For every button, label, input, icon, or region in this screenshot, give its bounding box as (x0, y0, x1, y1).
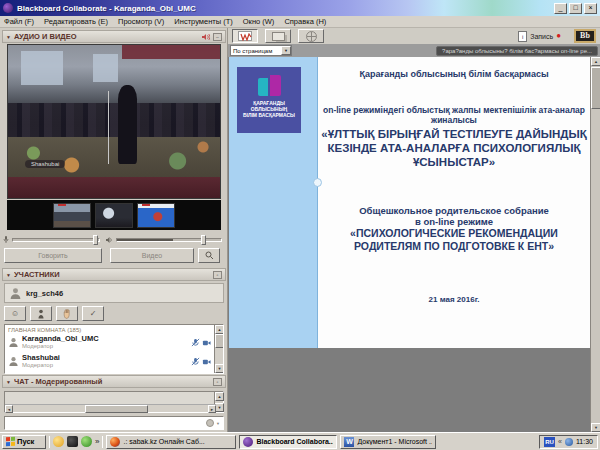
word-icon: W (344, 437, 354, 447)
menu-item-window[interactable]: Окно (W) (243, 17, 275, 26)
menu-item-help[interactable]: Справка (H) (284, 17, 326, 26)
whiteboard-toolbar: i Запись ● Bb (228, 28, 600, 44)
participants-list: ГЛАВНАЯ КОМНАТА (185) Karaganda_Obl_UMC … (4, 324, 224, 374)
chevron-down-icon[interactable]: ▼ (281, 46, 291, 55)
stage-banner (122, 45, 220, 59)
whiteboard-scrollbar[interactable]: ▲ ▼ (590, 57, 600, 432)
scrollbar-thumb[interactable] (591, 67, 600, 109)
chat-message-area[interactable]: ▲ ▼ ◄ ► (4, 391, 224, 413)
page-options-bar: По страницам ▼ ?ара?анды облысыны? білім… (228, 44, 600, 57)
minimize-button[interactable]: _ (554, 3, 567, 14)
participants-scrollbar[interactable]: ▲ ▼ (214, 325, 223, 373)
collapse-icon[interactable]: ▼ (6, 34, 11, 40)
slide-subtitle-ru-line1: Общешкольное родительское собрание (321, 205, 587, 216)
scroll-up-icon[interactable]: ▲ (215, 392, 224, 401)
scrollbar-thumb[interactable] (215, 334, 224, 348)
menu-item-file[interactable]: Файл (F) (4, 17, 34, 26)
page-mode-value: По страницам (231, 48, 281, 54)
quick-launch-icon-3[interactable] (81, 436, 92, 447)
menu-item-tools[interactable]: Инструменты (T) (174, 17, 232, 26)
quick-launch-icon-1[interactable] (53, 436, 64, 447)
participant-role: Модератор (22, 343, 188, 350)
session-tooltip: ?ара?анды облысыны? білім бас?армасы on-… (436, 46, 598, 56)
start-label: Пуск (17, 437, 34, 446)
participant-row[interactable]: Shashubai Модератор (5, 352, 223, 371)
emoticon-button[interactable]: ☺ (4, 306, 26, 321)
volume-level (117, 239, 173, 241)
language-indicator[interactable]: RU (544, 437, 555, 447)
tray-icon[interactable] (565, 438, 573, 446)
speaker-volume-slider[interactable] (116, 238, 222, 242)
panel-detach-icon[interactable]: ▫ (213, 378, 222, 386)
camera-icon (202, 357, 211, 366)
chat-input-field[interactable]: ▼ (4, 416, 224, 430)
panel-detach-icon[interactable]: ▫ (213, 271, 222, 279)
video-watermark: Shashubai (25, 160, 65, 168)
whiteboard-canvas[interactable]: ҚАРАҒАНДЫ ОБЛЫСЫНЫҢ БІЛІМ БАСҚАРМАСЫ Қар… (228, 57, 600, 432)
audio-sliders (0, 233, 228, 247)
page-mode-dropdown[interactable]: По страницам ▼ (230, 45, 292, 56)
maximize-button[interactable]: □ (569, 3, 582, 14)
menu-item-view[interactable]: Просмотр (V) (118, 17, 164, 26)
mic-slider-handle[interactable] (93, 235, 98, 245)
windows-logo-icon (6, 437, 15, 447)
app-icon (3, 3, 13, 13)
participant-name: Karaganda_Obl_UMC (22, 335, 188, 343)
quick-launch-overflow-icon[interactable]: » (95, 437, 99, 447)
audio-video-panel-header[interactable]: ▼ АУДИО И ВИДЕО – (2, 30, 226, 43)
taskbar-item-collaborate[interactable]: Blackboard Collabora... (239, 435, 337, 449)
record-indicator-icon: ● (556, 32, 561, 40)
chevron-down-icon[interactable]: ▼ (216, 421, 220, 426)
video-thumbnail-2[interactable] (95, 203, 133, 228)
web-tour-globe-icon (306, 31, 317, 42)
web-tour-mode-button[interactable] (298, 29, 324, 43)
recording-controls[interactable]: i Запись ● (518, 31, 561, 42)
microphone-volume-slider[interactable] (12, 238, 100, 242)
speaker-slider-handle[interactable] (201, 235, 206, 245)
scroll-up-icon[interactable]: ▲ (591, 57, 600, 66)
scroll-left-icon[interactable]: ◄ (5, 405, 13, 413)
scroll-right-icon[interactable]: ► (208, 405, 216, 413)
video-thumbnail-1[interactable] (53, 203, 91, 228)
talk-button[interactable]: Говорить (4, 248, 102, 263)
video-preview-button[interactable] (198, 248, 220, 263)
video-thumbnail-3[interactable] (137, 203, 175, 228)
chat-emoticon-icon[interactable] (206, 419, 214, 427)
step-away-button[interactable] (30, 306, 52, 321)
raise-hand-button[interactable] (56, 306, 78, 321)
participant-role: Модератор (22, 362, 188, 369)
close-button[interactable]: × (584, 3, 597, 14)
scroll-down-icon[interactable]: ▼ (591, 423, 600, 432)
poll-check-button[interactable]: ✓ (82, 306, 104, 321)
app-sharing-mode-button[interactable] (265, 29, 291, 43)
collapse-icon[interactable]: ▼ (6, 379, 11, 385)
taskbar-item-browser[interactable]: .: sabak.kz Онлайн Саб... (106, 435, 236, 449)
menu-item-edit[interactable]: Редактировать (E) (44, 17, 108, 26)
camera-icon (202, 338, 211, 347)
slide-subtitle-kk: on-line режиміндегі облыстық жалпы мекте… (321, 105, 587, 125)
video-button[interactable]: Видео (110, 248, 194, 263)
scroll-up-icon[interactable]: ▲ (215, 325, 224, 334)
logo-book-magenta (270, 75, 281, 96)
video-thumbnails (7, 200, 221, 230)
slide-text: Қарағанды облысының білім басқармасы on-… (321, 57, 587, 348)
scroll-down-icon[interactable]: ▼ (215, 403, 224, 412)
chat-horizontal-scrollbar[interactable]: ◄ ► (5, 404, 216, 412)
quick-launch-icon-2[interactable] (67, 436, 78, 447)
collapse-icon[interactable]: ▼ (6, 272, 11, 278)
panel-minimize-icon[interactable]: – (213, 33, 222, 41)
avatar (8, 356, 19, 367)
tray-chevron-icon[interactable]: « (558, 438, 562, 445)
start-button[interactable]: Пуск (2, 435, 46, 449)
recording-doc-icon: i (518, 31, 527, 42)
scrollbar-thumb[interactable] (85, 405, 148, 413)
chat-panel-header[interactable]: ▼ ЧАТ - Модерированный ▫ (2, 375, 226, 388)
whiteboard-mode-button[interactable] (232, 29, 258, 43)
microphone-icon (3, 236, 9, 244)
logo-caption-line1: ҚАРАҒАНДЫ ОБЛЫСЫНЫҢ (237, 100, 301, 112)
participant-row[interactable]: Karaganda_Obl_UMC Модератор (5, 333, 223, 352)
taskbar-item-word[interactable]: W Документ1 - Microsoft ... (340, 435, 436, 449)
scroll-down-icon[interactable]: ▼ (215, 364, 224, 373)
participants-panel-header[interactable]: ▼ УЧАСТНИКИ ▫ (2, 268, 226, 281)
slide-header: Қарағанды облысының білім басқармасы (321, 69, 587, 79)
